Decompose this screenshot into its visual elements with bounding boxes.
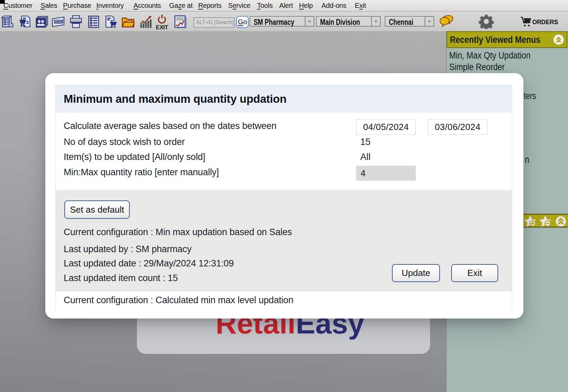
svg-text:EXIT: EXIT [156,24,169,30]
